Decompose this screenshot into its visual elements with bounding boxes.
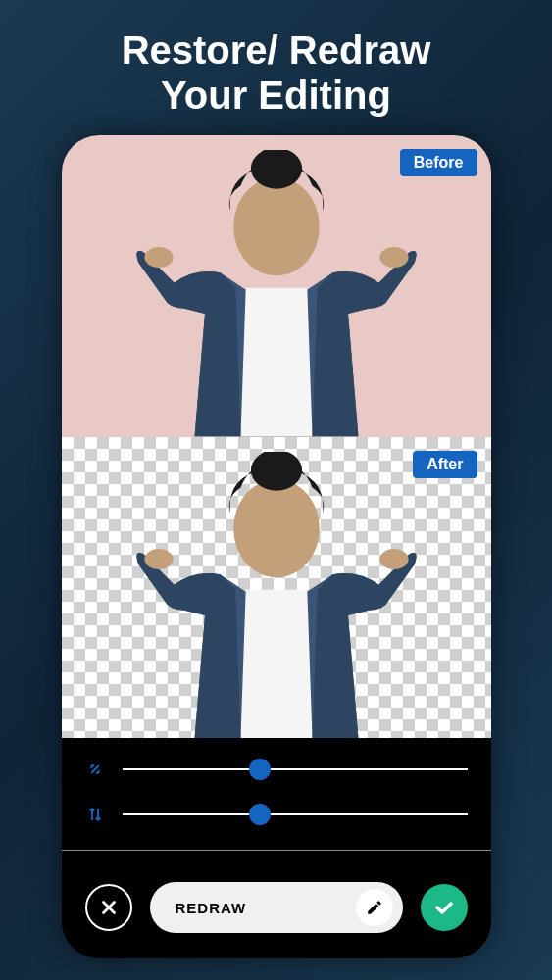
size-slider-row: [85, 760, 468, 779]
pencil-icon: [366, 899, 383, 916]
cancel-button[interactable]: [85, 884, 132, 931]
edit-icon-wrapper: [356, 889, 393, 926]
mode-selector[interactable]: REDRAW: [150, 882, 403, 933]
offset-slider-thumb[interactable]: [249, 804, 271, 825]
svg-point-5: [233, 479, 320, 577]
person-photo-before: [93, 150, 458, 436]
close-icon: [98, 897, 120, 918]
headline-line2: Your Editing: [122, 73, 431, 118]
slider-controls: [62, 738, 491, 862]
mode-label: REDRAW: [176, 900, 247, 916]
svg-point-3: [144, 247, 173, 268]
headline-line1: Restore/ Redraw: [122, 27, 431, 73]
section-divider: [62, 850, 491, 851]
svg-point-9: [379, 549, 408, 569]
swap-vertical-icon: [85, 805, 105, 824]
check-icon: [432, 896, 456, 919]
phone-mockup: Before After: [62, 135, 491, 958]
offset-slider-row: [85, 805, 468, 824]
person-photo-after: [93, 452, 458, 738]
after-badge: After: [413, 451, 477, 478]
before-image-panel: Before: [62, 135, 491, 437]
before-badge: Before: [400, 149, 477, 176]
svg-point-0: [233, 178, 320, 276]
promo-headline: Restore/ Redraw Your Editing: [122, 27, 431, 118]
svg-point-8: [144, 549, 173, 569]
confirm-button[interactable]: [421, 884, 468, 931]
offset-slider[interactable]: [123, 813, 468, 815]
size-slider-thumb[interactable]: [249, 759, 271, 780]
action-bar: REDRAW: [62, 862, 491, 958]
size-slider[interactable]: [123, 768, 468, 770]
after-image-panel: After: [62, 437, 491, 739]
svg-point-4: [379, 247, 408, 268]
expand-icon: [85, 760, 105, 779]
